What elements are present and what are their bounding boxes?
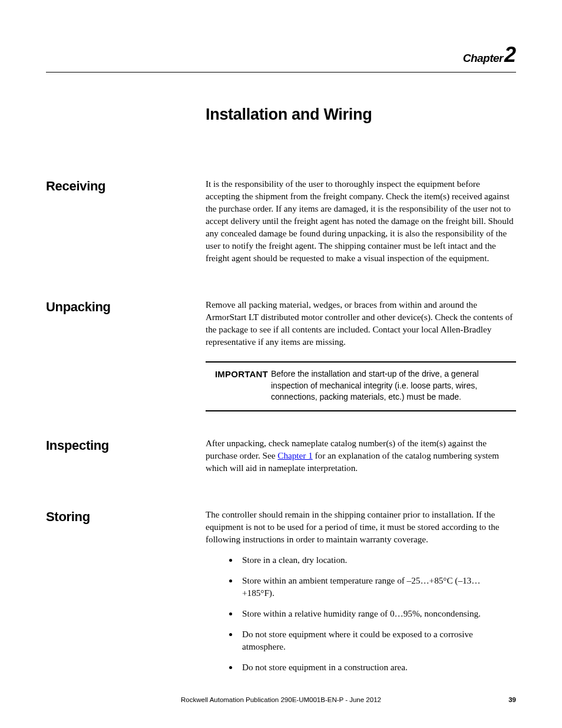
paragraph: It is the responsibility of the user to …	[206, 178, 516, 265]
important-text: Before the installation and start-up of …	[271, 368, 513, 404]
paragraph: The controller should remain in the ship…	[206, 509, 516, 546]
section-storing: Storing The controller should remain in …	[46, 509, 516, 682]
page-number: 39	[494, 696, 516, 703]
chapter-header: Chapter2	[46, 42, 516, 67]
section-heading-storing: Storing	[46, 509, 206, 682]
page-footer: Rockwell Automation Publication 290E-UM0…	[46, 696, 516, 703]
chapter-number: 2	[504, 42, 516, 67]
section-body-storing: The controller should remain in the ship…	[206, 509, 516, 682]
section-body-unpacking: Remove all packing material, wedges, or …	[206, 299, 516, 412]
important-callout: IMPORTANT Before the installation and st…	[206, 361, 516, 412]
section-unpacking: Unpacking Remove all packing material, w…	[46, 299, 516, 412]
section-receiving: Receiving It is the responsibility of th…	[46, 178, 516, 273]
paragraph: Remove all packing material, wedges, or …	[206, 299, 516, 348]
list-item: Store within an ambient temperature rang…	[239, 575, 516, 599]
section-heading-inspecting: Inspecting	[46, 437, 206, 483]
list-item: Store in a clean, dry location.	[239, 554, 516, 566]
section-heading-receiving: Receiving	[46, 178, 206, 273]
publication-info: Rockwell Automation Publication 290E-UM0…	[68, 696, 494, 703]
paragraph: After unpacking, check nameplate catalog…	[206, 437, 516, 475]
header-rule	[46, 72, 516, 73]
storing-bullet-list: Store in a clean, dry location. Store wi…	[239, 554, 516, 674]
important-label: IMPORTANT	[209, 368, 271, 404]
section-inspecting: Inspecting After unpacking, check namepl…	[46, 437, 516, 483]
chapter-label: Chapter	[463, 52, 503, 64]
list-item: Do not store equipment in a construction…	[239, 661, 516, 674]
chapter-1-link[interactable]: Chapter 1	[277, 450, 312, 460]
chapter-title: Installation and Wiring	[206, 106, 516, 124]
list-item: Store within a relative humidity range o…	[239, 608, 516, 620]
section-body-receiving: It is the responsibility of the user to …	[206, 178, 516, 273]
section-body-inspecting: After unpacking, check nameplate catalog…	[206, 437, 516, 483]
section-heading-unpacking: Unpacking	[46, 299, 206, 412]
list-item: Do not store equipment where it could be…	[239, 628, 516, 653]
